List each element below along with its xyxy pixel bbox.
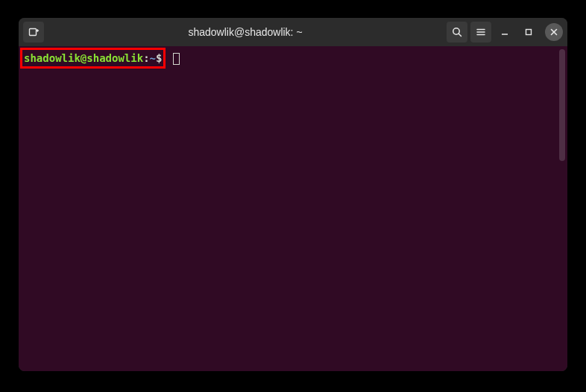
maximize-button[interactable] [518,22,539,42]
terminal-cursor [173,53,180,65]
new-tab-icon [28,26,40,38]
hamburger-icon [475,26,487,38]
prompt-line: shadowlik@shadowlik:~$ [23,49,563,69]
svg-rect-0 [30,29,37,36]
prompt-highlight: shadowlik@shadowlik:~$ [20,48,166,69]
close-icon [550,28,558,36]
maximize-icon [524,28,533,37]
close-button[interactable] [545,23,563,41]
search-button[interactable] [447,22,467,42]
minimize-icon [500,28,509,37]
titlebar: shadowlik@shadowlik: ~ [19,18,567,46]
prompt-symbol: $ [156,51,162,65]
minimize-button[interactable] [494,22,515,42]
scrollbar[interactable] [559,49,565,161]
svg-line-2 [459,34,461,36]
svg-rect-7 [526,30,532,35]
prompt-colon: : [143,51,149,65]
menu-button[interactable] [470,22,491,42]
window-title: shadowlik@shadowlik: ~ [47,26,444,38]
prompt-user-host: shadowlik@shadowlik [24,51,143,65]
prompt-path: ~ [150,51,156,65]
new-tab-button[interactable] [23,22,44,42]
terminal-body[interactable]: shadowlik@shadowlik:~$ [19,46,567,371]
search-icon [451,26,463,38]
terminal-window: shadowlik@shadowlik: ~ [19,18,567,371]
